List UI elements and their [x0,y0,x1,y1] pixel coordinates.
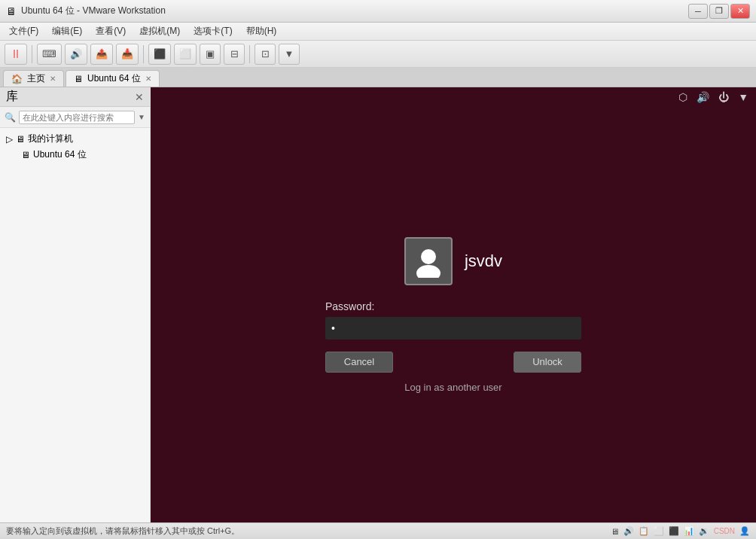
home-tab-icon: 🏠 [11,74,23,84]
titlebar: 🖥 Ubuntu 64 位 - VMware Workstation ─ ❐ ✕ [0,0,756,23]
unlock-button[interactable]: Unlock [514,352,581,373]
sidebar: 库 ✕ 🔍 ▼ ▷ 🖥 我的计算机 🖥 Ubuntu 64 位 [0,87,151,522]
sidebar-title: 库 [6,89,18,105]
tabs-container: 🏠 主页 ✕ 🖥 Ubuntu 64 位 ✕ [0,68,756,87]
status-icon-vol[interactable]: 🔉 [699,526,709,536]
tab-home[interactable]: 🏠 主页 ✕ [3,70,64,87]
svg-point-1 [416,265,440,278]
status-icon-perf: 📊 [684,526,694,536]
status-icon-sound[interactable]: 🔊 [623,526,634,536]
toolbar-more[interactable]: ▼ [279,44,300,65]
cancel-button[interactable]: Cancel [325,352,393,373]
expand-icon: ▷ [6,134,13,145]
main-area: 库 ✕ 🔍 ▼ ▷ 🖥 我的计算机 🖥 Ubuntu 64 位 ⬡ 🔊 ⏻ [0,87,756,522]
vm-volume-icon[interactable]: 🔊 [697,91,709,103]
window-controls: ─ ❐ ✕ [688,4,750,19]
toolbar-audio[interactable]: 🔊 [65,44,87,65]
status-icons: 🖥 🔊 📋 ⬜ ⬛ 📊 🔉 CSDN 👤 [611,526,750,536]
vm-icon: 🖥 [21,150,30,160]
avatar-icon [412,245,445,278]
toolbar-sep1 [32,45,32,63]
toolbar-pause[interactable]: ⏸ [5,44,27,65]
login-dialog: jsvdv Password: Cancel Unlock Log in as … [325,237,581,393]
ubuntu-tab-close[interactable]: ✕ [145,75,151,83]
toolbar-sep3 [249,45,250,63]
status-icon-hdd: ⬜ [654,526,664,536]
dialog-buttons: Cancel Unlock [325,352,581,373]
toolbar-view-full[interactable]: ⬜ [174,44,197,65]
status-user-icon: 👤 [739,526,750,536]
home-tab-close[interactable]: ✕ [50,75,56,83]
toolbar-fit[interactable]: ⊡ [255,44,276,65]
sidebar-tree: ▷ 🖥 我的计算机 🖥 Ubuntu 64 位 [0,128,150,522]
sidebar-close-button[interactable]: ✕ [135,91,144,103]
restore-button[interactable]: ❐ [709,4,729,19]
vm-network-icon[interactable]: ⬡ [678,91,687,103]
toolbar-view-normal[interactable]: ⬛ [148,44,171,65]
menubar: 文件(F) 编辑(E) 查看(V) 虚拟机(M) 选项卡(T) 帮助(H) [0,23,756,41]
toolbar-revert[interactable]: 📥 [116,44,139,65]
statusbar: 要将输入定向到该虚拟机，请将鼠标指针移入其中或按 Ctrl+G。 🖥 🔊 📋 ⬜… [0,522,756,539]
close-button[interactable]: ✕ [730,4,750,19]
tab-ubuntu[interactable]: 🖥 Ubuntu 64 位 ✕ [66,70,160,87]
window-title: Ubuntu 64 位 - VMware Workstation [21,5,684,17]
ubuntu-label: Ubuntu 64 位 [33,148,87,161]
status-icon-clipboard[interactable]: 📋 [639,526,649,536]
vm-power-icon[interactable]: ⏻ [718,91,729,103]
menu-vm[interactable]: 虚拟机(M) [133,23,186,39]
ubuntu-tab-label: Ubuntu 64 位 [87,72,141,85]
password-input[interactable] [325,317,581,340]
toolbar: ⏸ ⌨ 🔊 📤 📥 ⬛ ⬜ ▣ ⊟ ⊡ ▼ [0,41,756,68]
menu-view[interactable]: 查看(V) [90,23,132,39]
user-avatar [404,237,453,285]
app-icon: 🖥 [6,5,17,17]
ubuntu-tab-icon: 🖥 [74,74,83,84]
vm-area: ⬡ 🔊 ⏻ ▼ jsvdv [151,87,756,522]
toolbar-view-tab[interactable]: ⊟ [224,44,245,65]
status-csdn: CSDN [714,527,735,535]
menu-file[interactable]: 文件(F) [3,23,44,39]
my-computer-label: 我的计算机 [28,132,73,145]
toolbar-view-unity[interactable]: ▣ [200,44,221,65]
status-icon-vm: ⬛ [669,526,679,536]
search-input[interactable] [19,111,135,124]
sidebar-search: 🔍 ▼ [0,107,150,128]
svg-point-0 [421,249,436,264]
password-label: Password: [325,300,581,312]
menu-help[interactable]: 帮助(H) [240,23,283,39]
vm-toolbar: ⬡ 🔊 ⏻ ▼ [151,87,756,107]
tree-item-my-computer[interactable]: ▷ 🖥 我的计算机 [0,131,150,147]
status-text: 要将输入定向到该虚拟机，请将鼠标指针移入其中或按 Ctrl+G。 [6,525,239,537]
username-display: jsvdv [465,251,502,271]
vm-screen[interactable]: jsvdv Password: Cancel Unlock Log in as … [151,107,756,522]
vm-menu-icon[interactable]: ▼ [738,91,748,103]
password-section: Password: [325,300,581,340]
toolbar-snapshot[interactable]: 📤 [90,44,113,65]
user-info: jsvdv [404,237,502,285]
sidebar-header: 库 ✕ [0,87,150,107]
toolbar-send-ctrl-alt-del[interactable]: ⌨ [37,44,62,65]
status-icon-screen[interactable]: 🖥 [611,527,619,536]
menu-tab[interactable]: 选项卡(T) [187,23,238,39]
computer-icon: 🖥 [16,134,25,145]
home-tab-label: 主页 [27,72,45,85]
tree-item-ubuntu[interactable]: 🖥 Ubuntu 64 位 [0,147,150,163]
other-user-link[interactable]: Log in as another user [404,382,501,393]
menu-edit[interactable]: 编辑(E) [46,23,88,39]
search-icon: 🔍 [5,112,16,123]
toolbar-sep2 [143,45,144,63]
minimize-button[interactable]: ─ [688,4,708,19]
search-dropdown-icon[interactable]: ▼ [138,113,145,121]
